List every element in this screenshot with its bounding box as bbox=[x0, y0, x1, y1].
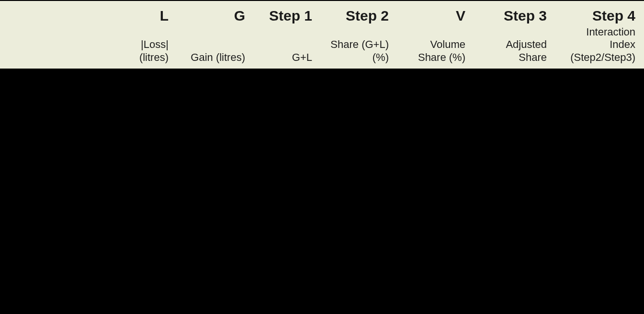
col-label-main bbox=[0, 0, 110, 26]
col-L-main: L bbox=[110, 0, 177, 26]
col-step1-main: Step 1 bbox=[254, 0, 321, 26]
col-G-main: G bbox=[177, 0, 254, 26]
table-header-main: L G Step 1 Step 2 V Step 3 Step 4 bbox=[0, 0, 644, 26]
col-step4-sub: Interaction Index (Step2/Step3) bbox=[555, 26, 644, 69]
col-step3-main: Step 3 bbox=[474, 0, 555, 26]
col-G-sub: Gain (litres) bbox=[177, 26, 254, 69]
col-L-sub: |Loss| (litres) bbox=[110, 26, 177, 69]
col-step2-sub: Share (G+L) (%) bbox=[321, 26, 397, 69]
col-step4-main: Step 4 bbox=[555, 0, 644, 26]
table-header-sub: |Loss| (litres) Gain (litres) G+L Share … bbox=[0, 26, 644, 69]
col-V-sub: Volume Share (%) bbox=[397, 26, 474, 69]
col-label-sub bbox=[0, 26, 110, 69]
interaction-index-table: L G Step 1 Step 2 V Step 3 Step 4 |Loss|… bbox=[0, 0, 644, 70]
col-step2-main: Step 2 bbox=[321, 0, 397, 26]
col-V-main: V bbox=[397, 0, 474, 26]
col-step3-sub: Adjusted Share bbox=[474, 26, 555, 69]
col-step1-sub: G+L bbox=[254, 26, 321, 69]
